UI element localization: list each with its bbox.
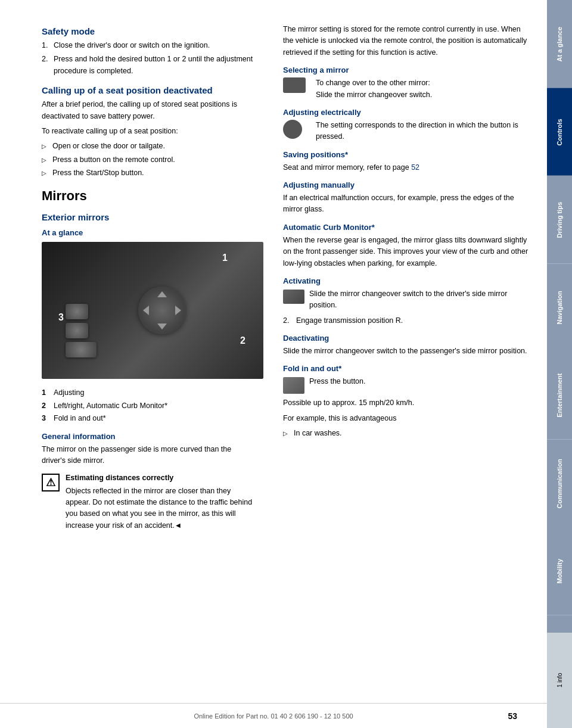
safety-mode-title: Safety mode: [42, 26, 253, 36]
fold-example: For example, this is advantageous: [283, 413, 529, 424]
calling-up-title: Calling up of a seat position deactivate…: [42, 85, 253, 95]
fold-bullets: In car washes.: [283, 428, 529, 439]
page-container: Safety mode 1. Close the driver's door o…: [0, 0, 572, 728]
general-info-body: The mirror on the passenger side is more…: [42, 444, 253, 467]
circle-icon: [283, 120, 302, 139]
fold-possible: Possible up to approx. 15 mph/20 km/h.: [283, 397, 529, 409]
mirror-image: 1 2 3: [42, 242, 263, 379]
saving-positions-link[interactable]: 52: [411, 163, 419, 172]
activating-list: 2. Engage transmission position R.: [283, 315, 529, 326]
list-item: Open or close the door or tailgate.: [42, 141, 253, 152]
small-btn-3: [66, 342, 97, 357]
right-column: The mirror setting is stored for the rem…: [271, 12, 547, 728]
activating-step1: Slide the mirror changeover switch to th…: [309, 288, 529, 312]
adjusting-elec-body: The setting corresponds to the direction…: [316, 120, 529, 143]
arrow-left-icon: [143, 306, 149, 315]
list-item: In car washes.: [283, 428, 529, 439]
warning-box: ⚠ Estimating distances correctly Objects…: [42, 472, 253, 531]
caption-list: 1 Adjusting 2 Left/right, Automatic Curb…: [42, 387, 253, 424]
sidebar-item-driving-tips[interactable]: Driving tips: [547, 176, 572, 264]
fold-title: Fold in and out*: [283, 364, 529, 373]
auto-curb-title: Automatic Curb Monitor*: [283, 223, 529, 232]
small-btn-1: [66, 304, 88, 319]
mirror-label-2: 2: [240, 335, 245, 346]
saving-positions-title: Saving positions*: [283, 150, 529, 159]
arrow-down-icon: [157, 323, 167, 329]
warning-icon: ⚠: [42, 474, 60, 491]
adjusting-manually-body: If an electrical malfunction occurs, for…: [283, 192, 529, 216]
selecting-mirror-action: Slide the mirror changeover switch.: [316, 89, 432, 101]
mirror-label-1: 1: [222, 253, 228, 263]
caption-item-2: 2 Left/right, Automatic Curb Monitor*: [42, 400, 253, 412]
list-item: 2. Press and hold the desired button 1 o…: [42, 54, 253, 77]
selecting-mirror-row: To change over to the other mirror: Slid…: [283, 77, 529, 101]
mirror-round-btn: [138, 287, 186, 334]
left-column: Safety mode 1. Close the driver's door o…: [0, 12, 271, 728]
adjusting-elec-row: The setting corresponds to the direction…: [283, 120, 529, 143]
activating-icon: [283, 290, 304, 304]
sidebar-item-controls[interactable]: Controls: [547, 88, 572, 176]
mirror-selector-icon: [283, 77, 310, 97]
selecting-mirror-content: To change over to the other mirror: Slid…: [316, 77, 432, 101]
general-info-title: General information: [42, 432, 253, 441]
caption-item-3: 3 Fold in and out*: [42, 413, 253, 424]
arrow-up-icon: [157, 291, 167, 297]
selecting-mirror-title: Selecting a mirror: [283, 66, 529, 74]
list-item: Press a button on the remote control.: [42, 154, 253, 166]
mirror-round-control: [138, 287, 186, 334]
warning-body: Objects reflected in the mirror are clos…: [66, 487, 252, 530]
mirror-label-3: 3: [58, 312, 64, 323]
footer-text: Online Edition for Part no. 01 40 2 606 …: [194, 713, 353, 720]
list-item: Press the Start/Stop button.: [42, 167, 253, 179]
small-rect-icon: [283, 77, 306, 93]
mirrors-title: Mirrors: [42, 188, 253, 204]
info-badge: 1 info: [547, 633, 572, 728]
remote-storage-text: The mirror setting is stored for the rem…: [283, 24, 529, 58]
page-number: 53: [508, 711, 517, 721]
sidebar-item-mobility[interactable]: Mobility: [547, 527, 572, 615]
calling-up-body1: After a brief period, the calling up of …: [42, 99, 253, 122]
activating-row: Slide the mirror changeover switch to th…: [283, 288, 529, 312]
list-item: 2. Engage transmission position R.: [283, 315, 529, 326]
calling-up-reactivate: To reactivate calling up of a seat posit…: [42, 126, 253, 137]
sidebar-item-navigation[interactable]: Navigation: [547, 264, 572, 352]
safety-mode-list: 1. Close the driver's door or switch on …: [42, 40, 253, 77]
sidebar: At a glance Controls Driving tips Naviga…: [547, 0, 572, 703]
sidebar-item-at-a-glance[interactable]: At a glance: [547, 0, 572, 88]
activating-title: Activating: [283, 276, 529, 285]
auto-curb-body: When the reverse gear is engaged, the mi…: [283, 235, 529, 269]
fold-body: Press the button.: [309, 376, 366, 387]
arrow-right-icon: [175, 306, 181, 315]
fold-icon-row: Press the button.: [283, 376, 529, 394]
fold-icon: [283, 377, 304, 394]
deactivating-body: Slide the mirror changeover switch to th…: [283, 346, 529, 357]
small-btn-2: [66, 323, 88, 338]
adjusting-electrically-title: Adjusting electrically: [283, 108, 529, 117]
sidebar-item-communication[interactable]: Communication: [547, 440, 572, 528]
caption-item-1: 1 Adjusting: [42, 387, 253, 399]
main-content: Safety mode 1. Close the driver's door o…: [0, 0, 547, 728]
warning-text: Estimating distances correctly Objects r…: [66, 472, 253, 531]
mirror-btn-group: [66, 304, 97, 357]
at-a-glance-label: At a glance: [42, 228, 253, 237]
sidebar-item-entertainment[interactable]: Entertainment: [547, 351, 572, 440]
list-item: 1. Close the driver's door or switch on …: [42, 40, 253, 51]
exterior-mirrors-title: Exterior mirrors: [42, 212, 253, 222]
deactivating-title: Deactivating: [283, 334, 529, 343]
selecting-mirror-body: To change over to the other mirror:: [316, 77, 432, 89]
warning-title: Estimating distances correctly: [66, 472, 253, 484]
page-footer: Online Edition for Part no. 01 40 2 606 …: [0, 703, 547, 728]
circle-control-icon: [283, 120, 310, 139]
adjusting-manually-title: Adjusting manually: [283, 181, 529, 189]
calling-up-bullets: Open or close the door or tailgate. Pres…: [42, 141, 253, 179]
saving-positions-body: Seat and mirror memory, refer to page 52: [283, 162, 529, 173]
mirror-image-inner: 1 2 3: [42, 242, 263, 379]
